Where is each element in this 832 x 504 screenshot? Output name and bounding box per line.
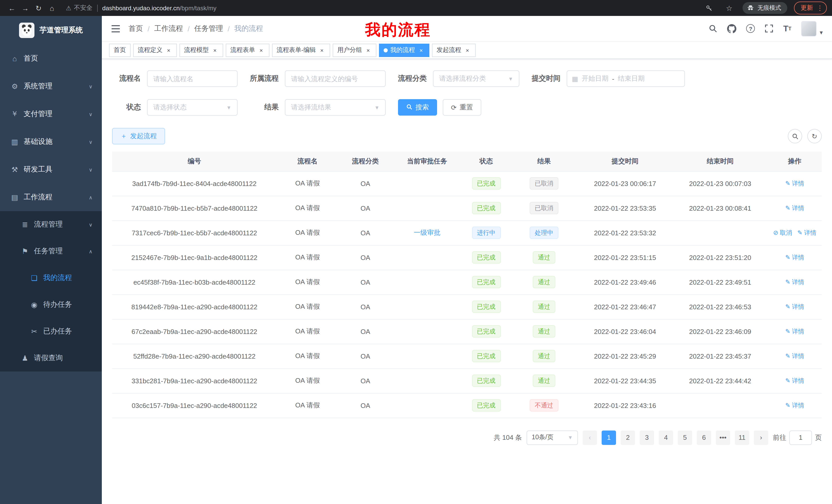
sidebar-item-workflow[interactable]: ▤工作流程∧	[0, 184, 102, 211]
sidebar-item-my-process[interactable]: ❏我的流程	[0, 264, 102, 291]
help-icon[interactable]: ?	[746, 24, 755, 33]
breadcrumb-item[interactable]: 任务管理	[194, 24, 223, 33]
chevron-down-icon: ▼	[374, 105, 380, 110]
search-button[interactable]: 搜索	[398, 99, 437, 116]
cell-submit-time: 2022-01-23 00:06:17	[577, 171, 673, 196]
tab-close-icon[interactable]: ×	[464, 47, 471, 54]
detail-link[interactable]: ✎详情	[785, 327, 804, 336]
user-menu[interactable]: ▼	[801, 21, 824, 36]
tab-close-icon[interactable]: ×	[165, 47, 172, 54]
incognito-badge[interactable]: 无痕模式	[743, 2, 787, 14]
process-def-input[interactable]	[285, 71, 386, 87]
header-search-icon[interactable]	[709, 24, 717, 33]
result-badge: 通过	[533, 374, 555, 387]
app-logo[interactable]: 芋道管理系统	[0, 16, 102, 45]
tab-我的流程[interactable]: 我的流程×	[379, 44, 430, 57]
show-search-icon-button[interactable]	[788, 129, 802, 143]
detail-link[interactable]: ✎详情	[785, 376, 804, 385]
start-process-button[interactable]: ＋ 发起流程	[112, 128, 165, 144]
cell-submit-time: 2022-01-22 23:44:35	[577, 368, 673, 393]
page-button-5[interactable]: 5	[678, 430, 692, 445]
github-icon[interactable]	[727, 24, 736, 33]
tab-close-icon[interactable]: ×	[211, 47, 218, 54]
submit-time-range-picker[interactable]: ▦ 开始日期 - 结束日期	[567, 71, 685, 87]
tab-流程定义[interactable]: 流程定义×	[133, 44, 177, 57]
cell-status: 已完成	[462, 295, 511, 319]
tab-发起流程[interactable]: 发起流程×	[432, 44, 476, 57]
tab-首页[interactable]: 首页	[109, 44, 131, 57]
cell-category: OA	[338, 245, 392, 270]
start-date-placeholder[interactable]: 开始日期	[582, 74, 608, 83]
page-button-4[interactable]: 4	[659, 430, 673, 445]
tab-close-icon[interactable]: ×	[258, 47, 265, 54]
tab-close-icon[interactable]: ×	[318, 47, 326, 54]
cell-submit-time: 2022-01-22 23:53:32	[577, 220, 673, 245]
tab-流程表单-编辑[interactable]: 流程表单-编辑×	[272, 44, 330, 57]
sidebar-item-process-management[interactable]: ≣流程管理∨	[0, 211, 102, 238]
next-page-button[interactable]: ›	[754, 430, 768, 445]
sidebar-item-home[interactable]: ⌂首页	[0, 45, 102, 73]
sidebar-item-task-management[interactable]: ⚑任务管理∧	[0, 238, 102, 264]
detail-link[interactable]: ✎详情	[785, 302, 804, 311]
result-select[interactable]: 请选择流结果 ▼	[285, 99, 386, 116]
tab-流程模型[interactable]: 流程模型×	[179, 44, 223, 57]
sidebar-item-done-tasks[interactable]: ✂已办任务	[0, 318, 102, 345]
breadcrumb-item[interactable]: 首页	[129, 24, 143, 33]
process-name-input[interactable]	[147, 71, 238, 87]
browser-menu-icon[interactable]: ⋮	[816, 4, 823, 12]
breadcrumb-item[interactable]: 工作流程	[154, 24, 183, 33]
edit-icon: ✎	[785, 303, 790, 310]
detail-link[interactable]: ✎详情	[785, 401, 804, 410]
sidebar-item-dev-tools[interactable]: ⚒研发工具∨	[0, 156, 102, 184]
cell-id: 52ffd28e-7b9a-11ec-a290-acde48001122	[112, 344, 277, 368]
page-button-1[interactable]: 1	[602, 430, 616, 445]
site-security-warning[interactable]: ⚠ 不安全	[66, 4, 93, 12]
user-avatar[interactable]	[801, 21, 816, 36]
password-key-icon[interactable]	[702, 1, 716, 15]
browser-forward-icon[interactable]: →	[19, 1, 32, 15]
page-button-3[interactable]: 3	[640, 430, 654, 445]
address-bar[interactable]: ⚠ 不安全 dashboard.yudao.iocoder.cn/bpm/tas…	[66, 4, 702, 12]
detail-link[interactable]: ✎详情	[785, 253, 804, 262]
page-button-11[interactable]: 11	[735, 430, 749, 445]
cell-submit-time: 2022-01-22 23:43:16	[577, 393, 673, 418]
detail-link[interactable]: ✎详情	[785, 179, 804, 188]
sidebar-item-payment-management[interactable]: ￥支付管理∨	[0, 100, 102, 128]
sidebar-item-system-management[interactable]: ⚙系统管理∨	[0, 73, 102, 100]
end-date-placeholder[interactable]: 结束日期	[618, 74, 645, 83]
sidebar-item-todo-tasks[interactable]: ◉待办任务	[0, 291, 102, 318]
cell-id: 03c6c157-7b9a-11ec-a290-acde48001122	[112, 393, 277, 418]
pager-ellipsis[interactable]: •••	[716, 430, 730, 445]
breadcrumb-separator: /	[148, 24, 150, 33]
browser-refresh-icon[interactable]: ↻	[32, 1, 45, 15]
category-select[interactable]: 请选择流程分类 ▼	[433, 71, 519, 87]
reset-button[interactable]: ⟳ 重置	[443, 99, 481, 116]
sidebar-toggle-icon[interactable]	[110, 23, 121, 34]
tab-流程表单[interactable]: 流程表单×	[226, 44, 269, 57]
browser-back-icon[interactable]: ←	[5, 1, 19, 15]
prev-page-button[interactable]: ‹	[582, 430, 597, 445]
cancel-link[interactable]: ⊘取消	[773, 228, 792, 237]
detail-link[interactable]: ✎详情	[797, 228, 816, 237]
status-select[interactable]: 请选择状态 ▼	[147, 99, 238, 116]
refresh-table-button[interactable]: ↻	[807, 129, 822, 143]
font-size-icon[interactable]: TT	[783, 24, 791, 33]
fullscreen-icon[interactable]	[765, 24, 773, 33]
detail-link[interactable]: ✎详情	[785, 352, 804, 360]
tab-close-icon[interactable]: ×	[418, 47, 425, 54]
current-task-link[interactable]: 一级审批	[414, 229, 440, 236]
tab-close-icon[interactable]: ×	[365, 47, 372, 54]
goto-page-input[interactable]	[789, 430, 812, 445]
sidebar-item-infrastructure[interactable]: ▥基础设施∨	[0, 128, 102, 156]
tab-用户分组[interactable]: 用户分组×	[333, 44, 376, 57]
page-button-2[interactable]: 2	[621, 430, 635, 445]
detail-link[interactable]: ✎详情	[785, 204, 804, 213]
detail-link[interactable]: ✎详情	[785, 278, 804, 286]
status-badge: 已完成	[472, 374, 501, 387]
page-button-6[interactable]: 6	[697, 430, 711, 445]
page-size-select[interactable]: 10条/页 ▼	[526, 430, 578, 445]
browser-home-icon[interactable]: ⌂	[45, 1, 59, 15]
sidebar-item-leave-query[interactable]: ♟请假查询	[0, 345, 102, 371]
bookmark-star-icon[interactable]: ☆	[723, 1, 736, 15]
browser-update-button[interactable]: 更新 ⋮	[794, 2, 827, 15]
